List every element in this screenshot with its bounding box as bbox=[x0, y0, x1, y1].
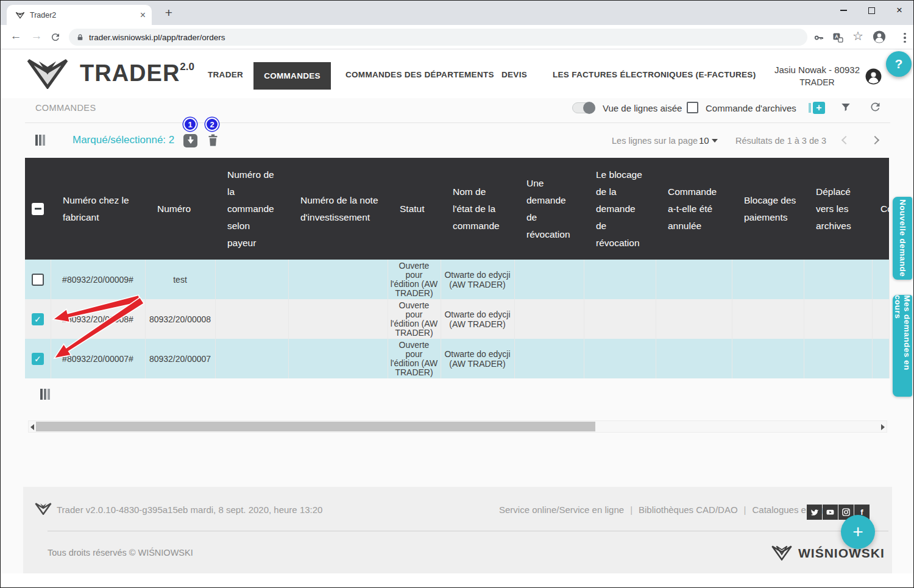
scroll-right-icon[interactable] bbox=[881, 424, 885, 430]
row-checkbox[interactable] bbox=[32, 353, 44, 365]
window-maximize-button[interactable] bbox=[857, 1, 885, 20]
footer-link-cad[interactable]: Bibliothèques CAD/DAO bbox=[639, 505, 738, 515]
scroll-left-icon[interactable] bbox=[30, 424, 34, 430]
twitter-button[interactable] bbox=[807, 505, 822, 520]
archive-orders-label: Commande d'archives bbox=[706, 103, 796, 113]
table-cell: #80932/20/00009# bbox=[51, 260, 145, 299]
translate-button[interactable]: A bbox=[831, 31, 845, 44]
nav-item-commandes-departements[interactable]: COMMANDES DES DÉPARTEMENTS bbox=[345, 70, 494, 79]
column-settings-button[interactable] bbox=[35, 135, 45, 146]
my-requests-tab[interactable]: Mes demandes en cours bbox=[893, 295, 912, 397]
refresh-icon bbox=[869, 101, 882, 113]
wisniowski-logo-icon bbox=[770, 545, 793, 561]
nav-item-commandes-active[interactable]: COMMANDES bbox=[253, 62, 331, 90]
footer-divider bbox=[48, 531, 888, 531]
minimize-icon bbox=[840, 10, 847, 11]
tab-strip: Trader2 × + × bbox=[1, 1, 913, 25]
refresh-button[interactable] bbox=[868, 100, 882, 113]
table-cell bbox=[804, 299, 872, 339]
youtube-icon bbox=[825, 508, 835, 517]
nav-item-factures[interactable]: LES FACTURES ÉLECTRONIQUES (E-FACTURES) bbox=[553, 70, 756, 79]
help-button[interactable]: ? bbox=[886, 51, 912, 77]
lock-icon bbox=[76, 33, 84, 42]
back-button[interactable]: ← bbox=[8, 29, 24, 43]
reload-button[interactable] bbox=[49, 30, 62, 44]
table-cell: Otwarte do edycji (AW TRADER) bbox=[441, 299, 514, 339]
filter-button[interactable] bbox=[840, 101, 852, 113]
footer bbox=[23, 487, 892, 573]
column-header: Une demande de révocation bbox=[514, 158, 584, 260]
key-icon bbox=[813, 32, 825, 44]
row-checkbox[interactable] bbox=[32, 313, 44, 325]
select-all-checkbox[interactable] bbox=[32, 203, 44, 215]
easy-view-toggle[interactable] bbox=[572, 102, 595, 113]
table-cell bbox=[584, 299, 656, 339]
toolbar-divider bbox=[25, 122, 890, 123]
table-cell bbox=[215, 339, 288, 378]
new-request-tab[interactable]: Nouvelle demande bbox=[893, 197, 912, 280]
table-cell: Otwarte do edycji (AW TRADER) bbox=[441, 339, 514, 378]
export-selected-button[interactable] bbox=[183, 134, 197, 147]
rows-per-page-label: Les lignes sur la page : bbox=[612, 136, 703, 146]
window-minimize-button[interactable] bbox=[829, 1, 857, 20]
page-bottom bbox=[1, 573, 913, 588]
scrollbar-thumb[interactable] bbox=[36, 422, 595, 431]
svg-text:A: A bbox=[835, 34, 838, 40]
browser-tab[interactable]: Trader2 × bbox=[7, 5, 152, 25]
table-row[interactable]: #80932/20/00009# test Ouverte pour l'édi… bbox=[25, 260, 889, 299]
tab-close-icon[interactable]: × bbox=[140, 10, 146, 20]
add-new-icon bbox=[809, 103, 811, 113]
export-icon bbox=[190, 136, 191, 140]
table-row[interactable]: #80932/20/00007# 80932/20/00007 Ouverte … bbox=[25, 339, 889, 378]
url-bar[interactable]: trader.wisniowski.pl/app/trader/orders bbox=[69, 29, 807, 46]
nav-item-trader[interactable]: TRADER bbox=[208, 70, 243, 79]
trash-icon bbox=[207, 133, 219, 147]
browser-menu-button[interactable] bbox=[898, 31, 912, 44]
kebab-menu-icon bbox=[904, 33, 906, 43]
table-row[interactable]: #80932/20/00008# 80932/20/00008 Ouverte … bbox=[25, 299, 889, 339]
row-checkbox[interactable] bbox=[32, 274, 44, 286]
table-cell bbox=[656, 299, 732, 339]
rows-per-page-select[interactable]: 10 bbox=[699, 135, 718, 146]
youtube-button[interactable] bbox=[823, 505, 838, 520]
toggle-knob bbox=[583, 102, 595, 114]
fab-add-button[interactable]: + bbox=[841, 515, 875, 549]
footer-brand: WIŚNIOWSKI bbox=[770, 545, 885, 561]
bookmark-star-icon[interactable]: ☆ bbox=[851, 29, 865, 43]
table-cell: #80932/20/00008# bbox=[51, 299, 145, 339]
table-cell bbox=[25, 260, 51, 299]
trader-logo-icon bbox=[24, 58, 71, 89]
column-header: Numéro chez le fabricant bbox=[51, 158, 145, 260]
horizontal-scrollbar[interactable] bbox=[28, 420, 887, 433]
column-header: Numéro bbox=[145, 158, 215, 260]
maximize-icon bbox=[868, 7, 875, 14]
footer-brand-text: WIŚNIOWSKI bbox=[798, 546, 885, 561]
window-controls: × bbox=[829, 1, 913, 25]
column-header: Numéro de la commande selon payeur bbox=[215, 158, 288, 260]
table-cell bbox=[804, 260, 872, 299]
nav-item-devis[interactable]: DEVIS bbox=[501, 70, 527, 79]
table-cell bbox=[514, 299, 584, 339]
table-cell bbox=[656, 260, 732, 299]
url-text: trader.wisniowski.pl/app/trader/orders bbox=[89, 33, 225, 42]
chevron-down-icon bbox=[712, 139, 718, 143]
delete-selected-button[interactable] bbox=[207, 133, 219, 147]
column-header: Blocage des paiements bbox=[732, 158, 804, 260]
column-settings-button-bottom[interactable] bbox=[40, 389, 50, 400]
forward-button[interactable]: → bbox=[29, 29, 44, 43]
annotation-step-1-badge: 1 bbox=[183, 118, 197, 131]
window-close-button[interactable]: × bbox=[885, 1, 913, 20]
browser-profile-avatar[interactable] bbox=[873, 30, 886, 43]
table-cell bbox=[732, 299, 804, 339]
link-separator: | bbox=[744, 505, 746, 515]
account-avatar-button[interactable] bbox=[865, 68, 882, 87]
archive-orders-checkbox[interactable] bbox=[687, 102, 698, 113]
new-tab-button[interactable]: + bbox=[160, 4, 177, 21]
password-key-button[interactable] bbox=[812, 31, 826, 44]
add-new-button[interactable]: + bbox=[809, 101, 825, 115]
app-version-text: Trader v2.0.10-4830-g395a15eb mardi, 8 s… bbox=[57, 505, 322, 515]
table-cell bbox=[25, 299, 51, 339]
column-header: Commande a-t-elle été annulée bbox=[656, 158, 732, 260]
user-role: TRADER bbox=[774, 77, 860, 87]
footer-link-service[interactable]: Service online/Service en ligne bbox=[499, 505, 624, 515]
